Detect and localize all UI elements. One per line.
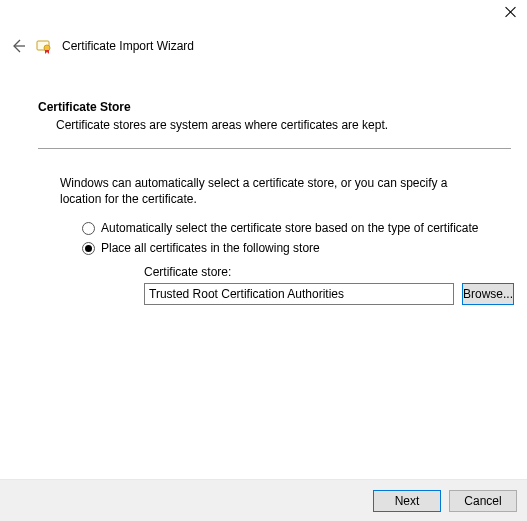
- store-label: Certificate store:: [144, 265, 511, 279]
- radio-auto-select[interactable]: Automatically select the certificate sto…: [82, 221, 511, 235]
- certificate-store-input[interactable]: [144, 283, 454, 305]
- back-arrow-icon[interactable]: [10, 38, 26, 54]
- section-heading: Certificate Store: [38, 100, 511, 114]
- radio-icon: [82, 242, 95, 255]
- section-description: Certificate stores are system areas wher…: [56, 118, 511, 132]
- radio-auto-label: Automatically select the certificate sto…: [101, 221, 479, 235]
- footer: Next Cancel: [0, 479, 527, 521]
- close-icon[interactable]: [505, 6, 517, 18]
- wizard-header: Certificate Import Wizard: [0, 38, 527, 54]
- cancel-button[interactable]: Cancel: [449, 490, 517, 512]
- wizard-title: Certificate Import Wizard: [62, 39, 194, 53]
- browse-button[interactable]: Browse...: [462, 283, 514, 305]
- certificate-icon: [36, 38, 52, 54]
- radio-manual-label: Place all certificates in the following …: [101, 241, 320, 255]
- radio-icon: [82, 222, 95, 235]
- divider: [38, 148, 511, 149]
- intro-text: Windows can automatically select a certi…: [60, 175, 489, 207]
- radio-place-all[interactable]: Place all certificates in the following …: [82, 241, 511, 255]
- next-button[interactable]: Next: [373, 490, 441, 512]
